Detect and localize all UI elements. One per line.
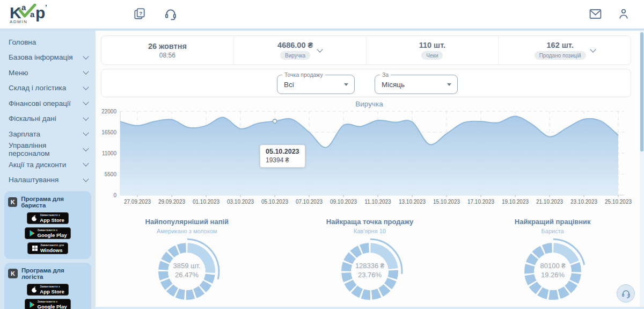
svg-text:5500: 5500 bbox=[105, 171, 117, 177]
sidebar-item-9[interactable]: Налаштування bbox=[0, 173, 96, 188]
store-badges-row: Завантажити зApp StoreЗавантажити зGoogl… bbox=[8, 212, 87, 254]
donut-charts-row: Найпопулярніший напійАмерикано з молоком… bbox=[96, 218, 644, 307]
svg-text:29.09.2023: 29.09.2023 bbox=[158, 199, 185, 205]
kavapp-app-icon: K bbox=[8, 197, 17, 207]
promo-title: Програма для бариста bbox=[21, 196, 87, 209]
stat-items-sold-chip: Продано позицій bbox=[535, 51, 586, 60]
chevron-down-icon[interactable] bbox=[590, 46, 596, 52]
app-store-icon bbox=[31, 214, 38, 222]
scrollbar-thumb[interactable] bbox=[640, 32, 643, 152]
sidebar-promos: KПрограма для баристаЗавантажити зApp St… bbox=[0, 191, 96, 309]
stat-time-value: 08:56 bbox=[148, 52, 187, 59]
chart-tooltip: 05.10.2023 19394 ₴ bbox=[260, 145, 305, 168]
stat-revenue[interactable]: 4686.00 ₴ Виручка bbox=[233, 36, 366, 64]
horizontal-scrollbar bbox=[96, 307, 644, 309]
stat-items-sold-value: 162 шт. bbox=[535, 41, 586, 49]
chevron-down-icon bbox=[83, 69, 89, 75]
svg-text:19.26%: 19.26% bbox=[541, 271, 565, 279]
support-headset-button[interactable] bbox=[164, 7, 178, 21]
sidebar-item-7[interactable]: Управління персоналом bbox=[0, 142, 96, 157]
svg-text:01.10.2023: 01.10.2023 bbox=[193, 199, 219, 205]
sidebar-item-0[interactable]: Головна bbox=[0, 34, 96, 50]
chevron-down-icon bbox=[83, 176, 89, 182]
mail-button[interactable] bbox=[589, 8, 602, 20]
promo-header: KПрограма для логіста bbox=[8, 267, 87, 280]
stat-items-sold[interactable]: 162 шт. Продано позицій bbox=[498, 36, 631, 64]
app-store-badge[interactable]: Завантажити зApp Store bbox=[27, 284, 68, 296]
promo-header: KПрограма для бариста bbox=[8, 196, 87, 209]
filter-card: Точка продажу Всі За Місяць bbox=[101, 69, 631, 97]
donut-chart[interactable]: 80100 ₴19.26% bbox=[510, 238, 596, 305]
period-select-value: Місяць bbox=[382, 81, 405, 89]
sidebar-item-1[interactable]: Базова інформація bbox=[0, 50, 96, 66]
stat-receipts: 110 шт. Чеки bbox=[366, 36, 499, 64]
stat-revenue-chip: Виручка bbox=[280, 51, 310, 60]
svg-text:26.47%: 26.47% bbox=[175, 271, 199, 279]
app-logo[interactable]: K a a p ’ ADMIN bbox=[10, 4, 56, 24]
svg-text:07.10.2023: 07.10.2023 bbox=[296, 199, 323, 205]
tooltip-value: 19394 ₴ bbox=[266, 156, 299, 164]
sidebar-item-4[interactable]: Фінансові операції bbox=[0, 96, 96, 111]
stats-card: 26 жовтня 08:56 4686.00 ₴ Виручка 110 шт… bbox=[101, 35, 631, 65]
donut-title: Найкраща точка продажу bbox=[279, 218, 462, 226]
vertical-scrollbar[interactable] bbox=[640, 31, 644, 307]
svg-text:3859 шт.: 3859 шт. bbox=[173, 262, 201, 270]
help-docs-icon: ? bbox=[133, 7, 147, 21]
donut-card-1: Найкраща точка продажуКав'ярня 10128336 … bbox=[279, 218, 462, 307]
profile-button[interactable] bbox=[617, 8, 630, 20]
period-select-label: За bbox=[380, 71, 391, 78]
app-store-badge[interactable]: Завантажити зApp Store bbox=[27, 212, 68, 224]
stat-date-value: 26 жовтня bbox=[148, 42, 187, 51]
stat-revenue-value: 4686.00 ₴ bbox=[277, 41, 313, 49]
svg-text:19.10.2023: 19.10.2023 bbox=[502, 199, 529, 205]
donut-subtitle: Американо з молоком bbox=[96, 228, 279, 234]
donut-chart[interactable]: 128336 ₴23.76% bbox=[327, 238, 413, 305]
logo-wordmark: K a a p ’ bbox=[10, 4, 56, 21]
svg-text:03.10.2023: 03.10.2023 bbox=[227, 199, 254, 205]
revenue-chart-area: 0550011000165002200027.09.202329.09.2023… bbox=[101, 106, 638, 209]
revenue-area-chart[interactable]: 0550011000165002200027.09.202329.09.2023… bbox=[101, 106, 638, 209]
sidebar-item-label: Базова інформація bbox=[9, 53, 72, 61]
svg-text:13.10.2023: 13.10.2023 bbox=[399, 199, 426, 205]
stat-receipts-value: 110 шт. bbox=[419, 41, 445, 49]
svg-text:22000: 22000 bbox=[101, 109, 116, 114]
chevron-down-icon bbox=[83, 114, 89, 120]
svg-text:11000: 11000 bbox=[102, 150, 117, 156]
google-play-icon bbox=[29, 229, 35, 237]
svg-text:17.10.2023: 17.10.2023 bbox=[467, 199, 494, 205]
google-play-badge[interactable]: Завантажити зGoogle Play bbox=[25, 227, 71, 239]
donut-chart[interactable]: 3859 шт.26.47% bbox=[144, 238, 230, 305]
topbar: K a a p ’ ADMIN ? bbox=[0, 0, 644, 28]
badge-text: Завантажити зGoogle Play bbox=[38, 300, 67, 309]
sidebar-item-label: Фінансові операції bbox=[9, 99, 71, 107]
windows-badge[interactable]: Завантажити дляWindows bbox=[27, 242, 68, 254]
svg-text:11.10.2023: 11.10.2023 bbox=[364, 199, 391, 205]
google-play-badge[interactable]: Завантажити зGoogle Play bbox=[25, 299, 71, 309]
app-store-icon bbox=[31, 286, 38, 293]
point-of-sale-select[interactable]: Точка продажу Всі bbox=[277, 75, 355, 94]
sidebar-item-2[interactable]: Меню bbox=[0, 65, 96, 81]
sidebar-item-5[interactable]: Фіскальні дані bbox=[0, 111, 96, 127]
sidebar-item-3[interactable]: Склад і логістика bbox=[0, 81, 96, 96]
person-icon bbox=[617, 8, 630, 20]
sidebar-item-8[interactable]: Акції та дисконти bbox=[0, 157, 96, 173]
promo-card-0: KПрограма для баристаЗавантажити зApp St… bbox=[4, 191, 91, 259]
stat-receipts-chip: Чеки bbox=[421, 51, 443, 60]
sidebar-item-label: Налаштування bbox=[9, 176, 58, 184]
period-select[interactable]: За Місяць bbox=[375, 75, 458, 94]
sidebar-item-label: Склад і логістика bbox=[9, 84, 66, 92]
dashboard-page: K a a p ’ ADMIN ? bbox=[0, 0, 644, 309]
chevron-down-icon[interactable] bbox=[317, 46, 323, 52]
svg-text:80100 ₴: 80100 ₴ bbox=[540, 262, 566, 270]
sidebar-item-6[interactable]: Зарплата bbox=[0, 126, 96, 142]
help-docs-button[interactable]: ? bbox=[133, 7, 147, 21]
sidebar-item-label: Головна bbox=[9, 38, 36, 46]
kavapp-app-icon: K bbox=[8, 269, 18, 278]
donut-title: Найкращий працівник bbox=[461, 218, 644, 226]
tooltip-date: 05.10.2023 bbox=[266, 148, 299, 155]
svg-text:0: 0 bbox=[113, 192, 116, 198]
svg-text:128336 ₴: 128336 ₴ bbox=[355, 262, 385, 270]
svg-text:16500: 16500 bbox=[101, 130, 116, 135]
svg-text:25.10.2023: 25.10.2023 bbox=[605, 199, 632, 205]
support-fab-button[interactable] bbox=[617, 284, 635, 303]
